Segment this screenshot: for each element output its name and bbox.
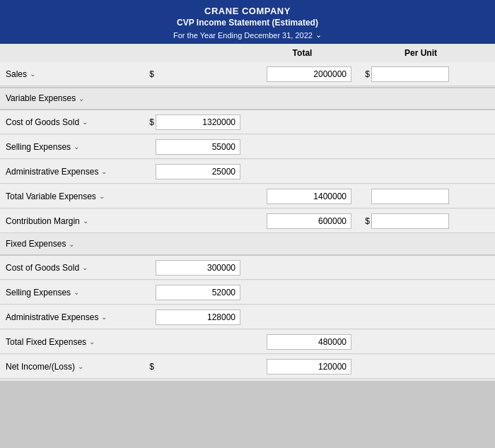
chevron-down-icon[interactable]: ⌄ xyxy=(315,30,322,40)
table-row: Variable Expenses⌄ xyxy=(0,88,495,108)
page-container: CRANE COMPANY CVP Income Statement (Esti… xyxy=(0,0,495,381)
amount-input-cogs-variable[interactable] xyxy=(156,114,240,130)
dropdown-chevron-icon[interactable]: ⌄ xyxy=(82,264,88,271)
total-column-header: Total xyxy=(248,48,357,58)
dropdown-chevron-icon[interactable]: ⌄ xyxy=(78,362,83,370)
dropdown-chevron-icon[interactable]: ⌄ xyxy=(74,288,79,296)
dropdown-chevron-icon[interactable]: ⌄ xyxy=(101,167,107,175)
total-input-total-variable[interactable] xyxy=(267,189,351,204)
perunit-dollar-contribution-margin: $ xyxy=(357,216,371,226)
amount-input-selling-fixed[interactable] xyxy=(156,285,240,300)
amount-dollar-cogs-variable: $ xyxy=(141,117,156,127)
total-cell-sales xyxy=(248,66,357,82)
table-row: Administrative Expenses⌄ xyxy=(0,305,495,329)
table-row: Selling Expenses⌄ xyxy=(0,281,495,305)
page-header: CRANE COMPANY CVP Income Statement (Esti… xyxy=(0,0,495,44)
total-input-contribution-margin[interactable] xyxy=(267,213,351,229)
total-input-total-fixed[interactable] xyxy=(267,334,351,350)
dropdown-chevron-icon[interactable]: ⌄ xyxy=(89,338,95,346)
table-row: Fixed Expenses⌄ xyxy=(0,234,495,254)
income-statement-table: Sales⌄$$Variable Expenses⌄Cost of Goods … xyxy=(0,61,495,381)
table-row: Selling Expenses⌄ xyxy=(0,135,495,159)
dropdown-chevron-icon[interactable]: ⌄ xyxy=(30,70,35,78)
row-label-variable-expenses: Variable Expenses⌄ xyxy=(0,90,141,106)
row-label-total-fixed: Total Fixed Expenses⌄ xyxy=(0,334,141,350)
table-row: Total Fixed Expenses⌄ xyxy=(0,330,495,354)
amount-cell-admin-variable xyxy=(156,164,248,179)
row-label-selling-fixed: Selling Expenses⌄ xyxy=(0,285,141,300)
table-row: Contribution Margin⌄$ xyxy=(0,209,495,233)
row-label-admin-variable: Administrative Expenses⌄ xyxy=(0,164,141,179)
perunit-cell-sales xyxy=(371,66,456,82)
perunit-cell-contribution-margin xyxy=(371,213,456,229)
amount-input-cogs-fixed[interactable] xyxy=(156,260,240,276)
perunit-input-total-variable[interactable] xyxy=(371,189,449,204)
amount-cell-cogs-fixed xyxy=(156,260,248,276)
row-label-cogs-variable: Cost of Goods Sold⌄ xyxy=(0,114,141,130)
statement-title: CVP Income Statement (Estimated) xyxy=(7,18,488,28)
total-cell-total-fixed xyxy=(248,334,357,350)
dropdown-chevron-icon[interactable]: ⌄ xyxy=(74,143,79,151)
dropdown-chevron-icon[interactable]: ⌄ xyxy=(83,217,88,225)
dropdown-chevron-icon[interactable]: ⌄ xyxy=(82,118,88,126)
period-label: For the Year Ending December 31, 2022 xyxy=(173,31,313,40)
table-row: Total Variable Expenses⌄ xyxy=(0,184,495,208)
perunit-column-header: Per Unit xyxy=(371,48,470,58)
total-cell-total-variable xyxy=(248,189,357,204)
amount-dollar-net-income: $ xyxy=(141,362,156,372)
table-row: Sales⌄$$ xyxy=(0,62,495,86)
amount-input-admin-variable[interactable] xyxy=(156,164,240,179)
dropdown-chevron-icon[interactable]: ⌄ xyxy=(101,313,107,321)
table-row: Cost of Goods Sold⌄ xyxy=(0,256,495,280)
dropdown-chevron-icon[interactable]: ⌄ xyxy=(78,95,84,102)
amount-cell-selling-fixed xyxy=(156,285,248,300)
company-name: CRANE COMPANY xyxy=(7,6,488,16)
period-container: For the Year Ending December 31, 2022 ⌄ xyxy=(7,30,488,40)
table-row: Cost of Goods Sold⌄$ xyxy=(0,110,495,134)
amount-cell-admin-fixed xyxy=(156,310,248,325)
table-row: Administrative Expenses⌄ xyxy=(0,160,495,184)
row-label-contribution-margin: Contribution Margin⌄ xyxy=(0,213,141,229)
total-cell-contribution-margin xyxy=(248,213,357,229)
row-label-admin-fixed: Administrative Expenses⌄ xyxy=(0,310,141,325)
amount-cell-cogs-variable xyxy=(156,114,248,130)
amount-input-selling-variable[interactable] xyxy=(156,139,240,155)
amount-input-admin-fixed[interactable] xyxy=(156,310,240,325)
amount-cell-selling-variable xyxy=(156,139,248,155)
column-headers: Total Per Unit xyxy=(0,44,495,61)
table-row: Net Income/(Loss)⌄$ xyxy=(0,355,495,379)
row-label-net-income: Net Income/(Loss)⌄ xyxy=(0,359,141,375)
total-input-sales[interactable] xyxy=(267,66,351,82)
amount-dollar-sales: $ xyxy=(141,69,156,79)
row-label-fixed-expenses: Fixed Expenses⌄ xyxy=(0,236,141,252)
perunit-cell-total-variable xyxy=(371,189,456,204)
dropdown-chevron-icon[interactable]: ⌄ xyxy=(99,192,105,200)
dropdown-chevron-icon[interactable]: ⌄ xyxy=(69,240,74,248)
row-label-selling-variable: Selling Expenses⌄ xyxy=(0,139,141,155)
row-label-cogs-fixed: Cost of Goods Sold⌄ xyxy=(0,260,141,276)
perunit-input-sales[interactable] xyxy=(371,66,449,82)
row-label-total-variable: Total Variable Expenses⌄ xyxy=(0,189,141,204)
row-label-sales: Sales⌄ xyxy=(0,66,141,82)
total-cell-net-income xyxy=(248,359,357,375)
perunit-input-contribution-margin[interactable] xyxy=(371,213,449,229)
total-input-net-income[interactable] xyxy=(267,359,351,375)
perunit-dollar-sales: $ xyxy=(357,69,371,79)
